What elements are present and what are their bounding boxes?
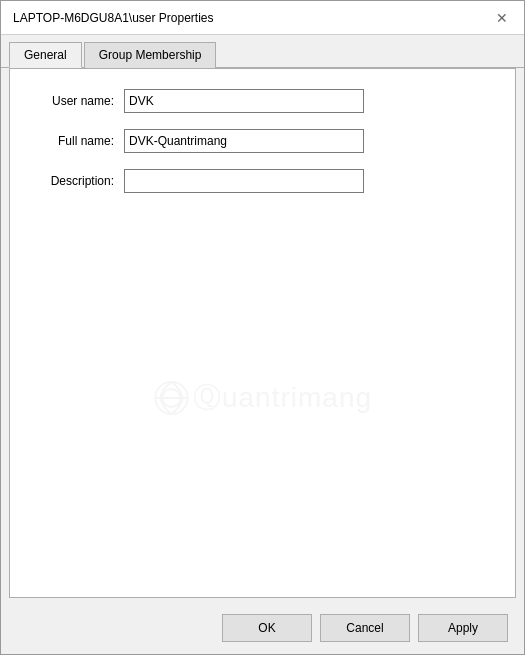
window-title: LAPTOP-M6DGU8A1\user Properties	[13, 11, 214, 25]
cancel-button[interactable]: Cancel	[320, 614, 410, 642]
username-row: User name:	[34, 89, 491, 113]
close-button[interactable]: ✕	[492, 8, 512, 28]
title-bar: LAPTOP-M6DGU8A1\user Properties ✕	[1, 1, 524, 35]
username-input[interactable]	[124, 89, 364, 113]
username-label: User name:	[34, 94, 124, 108]
tab-group-membership[interactable]: Group Membership	[84, 42, 217, 68]
description-label: Description:	[34, 174, 124, 188]
properties-window: LAPTOP-M6DGU8A1\user Properties ✕ Genera…	[0, 0, 525, 655]
close-icon: ✕	[496, 10, 508, 26]
apply-button[interactable]: Apply	[418, 614, 508, 642]
fullname-label: Full name:	[34, 134, 124, 148]
ok-button[interactable]: OK	[222, 614, 312, 642]
watermark-text: Ⓠuantrimang	[193, 379, 372, 417]
content-area: User name: Full name: Description: Ⓠuant…	[9, 68, 516, 598]
description-input[interactable]	[124, 169, 364, 193]
watermark-icon	[153, 380, 189, 416]
fullname-input[interactable]	[124, 129, 364, 153]
description-row: Description:	[34, 169, 491, 193]
watermark: Ⓠuantrimang	[153, 379, 372, 417]
footer: OK Cancel Apply	[1, 606, 524, 654]
tab-general[interactable]: General	[9, 42, 82, 68]
tab-bar: General Group Membership	[1, 35, 524, 68]
fullname-row: Full name:	[34, 129, 491, 153]
